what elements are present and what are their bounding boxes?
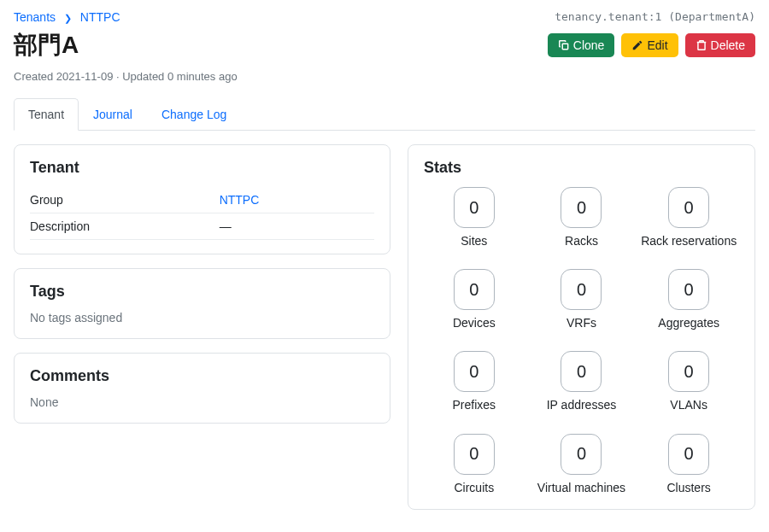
stat-item: 0Prefixes (424, 351, 525, 412)
stat-label: Clusters (666, 480, 710, 495)
stat-label: Aggregates (658, 315, 719, 330)
stat-item: 0Circuits (424, 434, 525, 495)
group-link[interactable]: NTTPC (220, 193, 260, 207)
description-value: — (220, 219, 374, 233)
stat-label: Sites (461, 233, 487, 248)
trash-icon (696, 39, 707, 51)
stat-count-box[interactable]: 0 (561, 187, 602, 228)
breadcrumb: Tenants ❯ NTTPC (14, 10, 120, 24)
stat-label: Virtual machines (537, 480, 625, 495)
tags-card: Tags No tags assigned (14, 268, 390, 339)
breadcrumb-root[interactable]: Tenants (14, 10, 56, 24)
description-label: Description (30, 219, 220, 233)
stat-count-box[interactable]: 0 (454, 269, 495, 310)
clone-label: Clone (573, 38, 605, 52)
stat-count-box[interactable]: 0 (668, 187, 709, 228)
tab-journal[interactable]: Journal (79, 98, 147, 131)
table-row: Description — (30, 213, 374, 240)
tenant-card: Tenant Group NTTPC Description — (14, 144, 390, 254)
copy-icon (558, 39, 570, 51)
stat-count-box[interactable]: 0 (561, 269, 602, 310)
stat-label: IP addresses (547, 397, 616, 412)
stat-label: Prefixes (453, 397, 496, 412)
stat-count-box[interactable]: 0 (454, 434, 495, 475)
group-label: Group (30, 193, 220, 207)
stat-count-box[interactable]: 0 (668, 351, 709, 392)
stat-item: 0Sites (424, 187, 525, 248)
clone-button[interactable]: Clone (548, 33, 615, 57)
delete-button[interactable]: Delete (685, 33, 755, 57)
stat-label: Racks (565, 233, 598, 248)
stat-label: VLANs (670, 397, 707, 412)
stat-label: Circuits (454, 480, 494, 495)
comments-card: Comments None (14, 353, 390, 424)
table-row: Group NTTPC (30, 187, 374, 213)
tab-tenant[interactable]: Tenant (14, 98, 79, 131)
stat-count-box[interactable]: 0 (454, 187, 495, 228)
pencil-icon (631, 39, 643, 51)
stat-item: 0Racks (531, 187, 632, 248)
stat-label: Rack reservations (641, 233, 737, 248)
stat-label: VRFs (566, 315, 596, 330)
stat-count-box[interactable]: 0 (668, 434, 709, 475)
stat-item: 0IP addresses (531, 351, 632, 412)
stat-item: 0Rack reservations (638, 187, 739, 248)
action-buttons: Clone Edit Delete (548, 33, 755, 57)
stat-label: Devices (453, 315, 496, 330)
stat-item: 0VRFs (531, 269, 632, 330)
stat-count-box[interactable]: 0 (454, 351, 495, 392)
tabs: Tenant Journal Change Log (14, 98, 755, 131)
chevron-right-icon: ❯ (64, 13, 72, 23)
tags-card-title: Tags (30, 283, 374, 301)
stat-item: 0Devices (424, 269, 525, 330)
page-title: 部門A (14, 29, 79, 61)
stats-card: Stats 0Sites0Racks0Rack reservations0Dev… (408, 144, 755, 510)
delete-label: Delete (711, 38, 745, 52)
object-reference: tenancy.tenant:1 (DepartmentA) (555, 10, 755, 23)
tags-empty: No tags assigned (30, 311, 374, 324)
breadcrumb-current[interactable]: NTTPC (80, 10, 120, 24)
stat-count-box[interactable]: 0 (561, 434, 602, 475)
stat-item: 0Clusters (638, 434, 739, 495)
comments-empty: None (30, 395, 374, 409)
stat-item: 0Aggregates (638, 269, 739, 330)
stat-count-box[interactable]: 0 (561, 351, 602, 392)
stat-item: 0VLANs (638, 351, 739, 412)
stat-item: 0Virtual machines (531, 434, 632, 495)
comments-card-title: Comments (30, 367, 374, 385)
meta-timestamps: Created 2021-11-09 · Updated 0 minutes a… (14, 70, 755, 83)
edit-button[interactable]: Edit (621, 33, 678, 57)
stat-count-box[interactable]: 0 (668, 269, 709, 310)
tenant-card-title: Tenant (30, 159, 374, 177)
svg-rect-0 (562, 44, 567, 49)
stats-card-title: Stats (424, 159, 739, 177)
edit-label: Edit (647, 38, 667, 52)
tab-changelog[interactable]: Change Log (147, 98, 241, 131)
